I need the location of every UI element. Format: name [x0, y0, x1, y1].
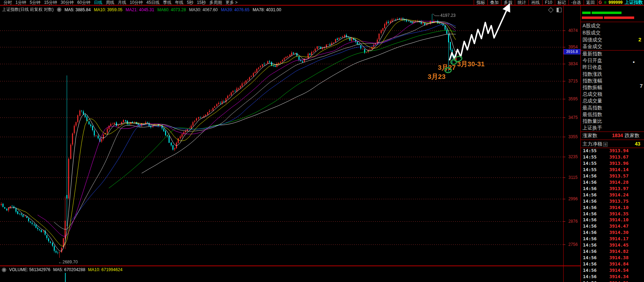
panel-row-总成交量[interactable]: 总成交量 — [583, 98, 602, 104]
tick-time: 14:56 — [583, 180, 597, 185]
tool-button-F10[interactable]: F10 — [542, 0, 555, 5]
clipped-value-fragment: 2 — [638, 36, 641, 42]
advancers-decliners-row[interactable]: 涨家数1834跌家数 — [583, 133, 644, 139]
period-tab-周线[interactable]: 周线 — [106, 0, 114, 5]
ma-legend: MA5: 3885.84MA10: 3959.05MA21: 4045.31MA… — [65, 7, 281, 12]
panel-row-指数振幅[interactable]: 指数振幅 — [583, 85, 602, 91]
ma-legend-item-5: MA39: 4076.65 — [221, 7, 249, 12]
tool-button-多股[interactable]: 多股 — [501, 0, 515, 5]
split-pane-icon[interactable] — [557, 8, 561, 12]
tick-time: 14:56 — [583, 261, 597, 267]
period-tab-10分钟[interactable]: 10分钟 — [130, 0, 143, 5]
tick-time: 14:56 — [583, 242, 597, 248]
chart-header: 上证指数(日线 前复权 对数) ∨ MA5: 3885.84MA10: 3959… — [2, 7, 281, 13]
tool-menu: 指标叠加多股统计画线F10标记-自选返回 G ≡ 999999 上证指数 — [474, 0, 644, 5]
period-tab-更多 >[interactable]: 更多 > — [225, 0, 237, 5]
tool-button-返回[interactable]: 返回 — [584, 0, 597, 5]
tool-button-指标[interactable]: 指标 — [474, 0, 487, 5]
axis-label-2996: 2996 — [566, 196, 580, 201]
panel-row-指数涨跌[interactable]: 指数涨跌 — [583, 71, 602, 78]
tick-time: 14:56 — [583, 274, 597, 279]
panel-row-总成交额[interactable]: 总成交额 — [583, 91, 602, 98]
panel-row-昨日收盘[interactable]: 昨日收盘 — [583, 64, 602, 70]
axis-tick — [564, 81, 565, 81]
axis-tick — [564, 157, 565, 157]
period-tab-1分钟[interactable]: 1分钟 — [15, 0, 26, 5]
tick-time: 14:55 — [583, 154, 597, 160]
volume-pane-divider — [0, 266, 580, 266]
period-tab-15秒[interactable]: 15秒 — [197, 0, 206, 5]
period-tab-5秒[interactable]: 5秒 — [187, 0, 193, 5]
period-tab-年线[interactable]: 年线 — [175, 0, 183, 5]
tick-time: 14:56 — [583, 230, 597, 235]
tick-price: 3914.38 — [609, 255, 629, 260]
ma-legend-item-4: MA30: 4067.60 — [189, 7, 218, 12]
tick-price: 3914.10 — [609, 205, 629, 210]
tick-time: 14:56 — [583, 205, 597, 210]
axis-tick — [564, 31, 565, 31]
last-price-badge: 3916.8 — [564, 49, 580, 54]
tick-time: 14:56 — [583, 268, 597, 273]
panel-divider — [581, 50, 644, 51]
tick-price: 3914.84 — [609, 261, 629, 267]
panel-row-上证换手[interactable]: 上证换手 — [583, 125, 602, 131]
tick-time: 14:56 — [583, 223, 597, 229]
period-tab-60分钟[interactable]: 60分钟 — [77, 0, 90, 5]
tick-price: 3914.10 — [609, 217, 629, 222]
main-flow-row[interactable]: 主力净额≣43 — [583, 141, 644, 147]
hotkey-eq-icon: ≡ — [603, 0, 607, 5]
volume-collapse-chevron-icon[interactable]: ∨ — [2, 268, 6, 272]
tick-time: 14:56 — [583, 255, 597, 260]
panel-divider — [581, 140, 644, 140]
period-tab-多周期[interactable]: 多周期 — [209, 0, 222, 5]
hotkey-g-label: G — [597, 0, 603, 5]
axis-tick — [564, 47, 565, 47]
period-tab-30分钟[interactable]: 30分钟 — [61, 0, 74, 5]
tick-price: 3914.45 — [609, 242, 629, 248]
panel-row-指数量比[interactable]: 指数量比 — [583, 118, 602, 125]
tick-price: 3914.82 — [609, 249, 629, 254]
tick-time: 14:56 — [583, 280, 597, 282]
tick-price: 3914.34 — [609, 274, 629, 279]
axis-label-4074: 4074 — [566, 28, 580, 33]
tool-button-统计[interactable]: 统计 — [515, 0, 528, 5]
advancers-strength-bar — [592, 12, 622, 14]
decliners-label: 跌家数 — [625, 133, 639, 139]
panel-row-最低指数[interactable]: 最低指数 — [583, 112, 602, 118]
tool-button-标记[interactable]: 标记 — [555, 0, 569, 5]
panel-row-国债成交[interactable]: 国债成交 — [583, 37, 602, 43]
tick-time: 14:55 — [583, 161, 597, 166]
collapse-chevron-icon[interactable]: ∨ — [57, 7, 61, 12]
top-period-toolbar: 分时1分钟5分钟15分钟30分钟60分钟日线周线月线10分钟45日线季线年线5秒… — [0, 0, 644, 6]
date-annotation-3月23: 3月23 — [428, 72, 446, 81]
tool-button-叠加[interactable]: 叠加 — [487, 0, 501, 5]
period-tab-5分钟[interactable]: 5分钟 — [30, 0, 41, 5]
tick-price: 3913.75 — [609, 199, 629, 204]
main-flow-detail-icon[interactable]: ≣ — [603, 142, 607, 147]
tool-button-画线[interactable]: 画线 — [528, 0, 542, 5]
period-tab-分时[interactable]: 分时 — [4, 0, 12, 5]
panel-divider — [581, 132, 644, 132]
advancers-strength-bar — [582, 12, 591, 14]
tick-time: 14:56 — [583, 217, 597, 222]
period-tab-季线[interactable]: 季线 — [163, 0, 171, 5]
candlestick-chart-canvas[interactable] — [0, 0, 563, 282]
date-annotation-3月30-31: 3月30-31 — [457, 60, 485, 69]
axis-label-3355: 3355 — [566, 134, 580, 139]
period-tab-月线[interactable]: 月线 — [118, 0, 126, 5]
panel-row-指数涨幅[interactable]: 指数涨幅 — [583, 78, 602, 84]
period-tab-15分钟[interactable]: 15分钟 — [44, 0, 57, 5]
panel-row-B股成交[interactable]: B股成交 — [583, 30, 600, 36]
axis-label-2756: 2756 — [566, 242, 580, 247]
period-tab-日线[interactable]: 日线 — [94, 0, 102, 5]
panel-row-基金成交[interactable]: 基金成交 — [583, 43, 602, 50]
panel-row-今日开盘[interactable]: 今日开盘 — [583, 58, 602, 64]
tick-price: 3913.57 — [609, 173, 629, 179]
tool-button--自选[interactable]: -自选 — [569, 0, 584, 5]
period-tab-45日线[interactable]: 45日线 — [146, 0, 159, 5]
panel-row-最高指数[interactable]: 最高指数 — [583, 105, 602, 111]
panel-row-A股成交[interactable]: A股成交 — [583, 23, 600, 29]
axis-label-3834: 3834 — [566, 61, 580, 66]
tick-price: 3914.47 — [609, 223, 629, 229]
panel-row-最新指数[interactable]: 最新指数 — [583, 51, 602, 57]
